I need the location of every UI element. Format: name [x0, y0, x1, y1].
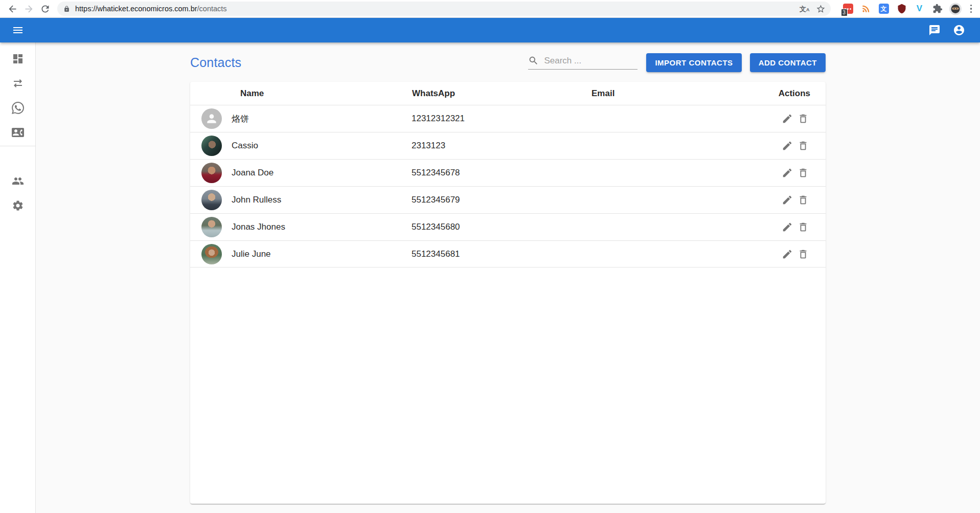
edit-contact-button[interactable] [781, 113, 793, 125]
sidebar-item-connections[interactable] [0, 71, 36, 96]
search-icon [528, 55, 539, 66]
account-circle-icon [953, 24, 965, 36]
menu-button[interactable] [12, 24, 24, 36]
contact-avatar [201, 136, 222, 156]
pencil-icon [782, 249, 793, 260]
header-name: Name [232, 88, 412, 99]
swap-arrows-icon [12, 77, 24, 90]
contact-avatar [201, 190, 222, 210]
contact-avatar [201, 244, 222, 264]
import-contacts-button[interactable]: IMPORT CONTACTS [646, 53, 741, 72]
bookmark-star-icon[interactable] [816, 4, 826, 14]
edit-contact-button[interactable] [781, 140, 793, 152]
header-actions: Actions [779, 88, 826, 99]
search-field [528, 55, 637, 70]
delete-contact-button[interactable] [797, 113, 809, 125]
contact-whatsapp: 5512345680 [412, 222, 591, 232]
table-row: 烙饼 12312312321 [190, 105, 826, 132]
rss-extension-icon[interactable] [860, 3, 872, 15]
app-bar [0, 18, 980, 42]
trash-icon [797, 249, 809, 260]
edit-contact-button[interactable] [781, 248, 793, 260]
chat-icon [928, 24, 941, 36]
table-row: Cassio 2313123 [190, 132, 826, 159]
contact-name: Julie June [232, 249, 412, 259]
contact-avatar [201, 108, 222, 129]
pencil-icon [782, 221, 793, 233]
extensions-strip: 3 文 V [842, 3, 975, 15]
contact-name: 烙饼 [232, 113, 412, 125]
contact-name: Joana Doe [232, 168, 412, 178]
main-content: Contacts IMPORT CONTACTS ADD CONTACT Nam… [36, 42, 980, 513]
address-bar[interactable]: https://whaticket.economicros.com.br/con… [57, 2, 831, 16]
table-header: Name WhatsApp Email Actions [190, 82, 826, 105]
dashboard-icon [12, 53, 24, 65]
table-row: Joana Doe 5512345678 [190, 159, 826, 186]
add-contact-button[interactable]: ADD CONTACT [750, 53, 826, 72]
messages-button[interactable] [928, 24, 941, 36]
contact-avatar [201, 217, 222, 237]
contact-name: Jonas Jhones [232, 222, 412, 232]
translate-extension-icon[interactable]: 文 [878, 3, 890, 15]
sidebar-item-settings[interactable] [0, 193, 36, 218]
browser-profile-avatar[interactable] [949, 3, 962, 15]
url-text: https://whaticket.economicros.com.br/con… [75, 5, 800, 13]
delete-contact-button[interactable] [797, 221, 809, 233]
table-row: Julie June 5512345681 [190, 240, 826, 267]
back-button[interactable] [4, 1, 20, 17]
pencil-icon [782, 140, 793, 151]
hamburger-icon [12, 24, 24, 36]
pencil-icon [782, 113, 793, 124]
person-icon [205, 112, 218, 125]
trash-icon [797, 140, 809, 151]
delete-contact-button[interactable] [797, 248, 809, 260]
table-row: John Rulless 5512345679 [190, 186, 826, 213]
delete-contact-button[interactable] [797, 140, 809, 152]
url-domain: https://whaticket.economicros.com.br [75, 5, 197, 13]
forward-button[interactable] [20, 1, 37, 17]
url-path: /contacts [197, 5, 227, 13]
trash-icon [797, 194, 809, 206]
contact-name: Cassio [232, 141, 412, 151]
pencil-icon [782, 167, 793, 179]
header-email: Email [591, 88, 771, 99]
contact-whatsapp: 5512345679 [412, 195, 591, 205]
table-row: Jonas Jhones 5512345680 [190, 213, 826, 240]
delete-contact-button[interactable] [797, 194, 809, 206]
forward-icon [24, 4, 34, 14]
pencil-icon [782, 194, 793, 206]
contact-name: John Rulless [232, 195, 412, 205]
sidebar-item-dashboard[interactable] [0, 47, 36, 71]
extension-badge: 3 [841, 9, 848, 16]
extension-red-icon[interactable]: 3 [842, 3, 854, 15]
lock-icon [63, 6, 70, 12]
account-button[interactable] [953, 24, 965, 36]
ublock-extension-icon[interactable] [896, 3, 908, 15]
contacts-card: Name WhatsApp Email Actions 烙饼 123123123… [190, 82, 826, 504]
sidebar-item-tickets[interactable] [0, 96, 36, 120]
gear-icon [12, 199, 24, 212]
search-input[interactable] [544, 56, 637, 66]
trash-icon [797, 167, 809, 179]
people-icon [12, 175, 24, 187]
vimeo-extension-icon[interactable]: V [914, 3, 926, 15]
translate-page-icon[interactable]: 文A [800, 6, 810, 12]
edit-contact-button[interactable] [781, 221, 793, 233]
contact-whatsapp: 5512345678 [412, 168, 591, 178]
header-whatsapp: WhatsApp [412, 88, 591, 99]
contact-phone-icon [12, 126, 24, 139]
edit-contact-button[interactable] [781, 167, 793, 179]
sidebar-divider [0, 146, 35, 146]
trash-icon [797, 221, 809, 233]
edit-contact-button[interactable] [781, 194, 793, 206]
table-body: 烙饼 12312312321 Cassio 2313123 [190, 105, 826, 267]
extensions-puzzle-icon[interactable] [931, 3, 944, 15]
sidebar [0, 42, 36, 513]
sidebar-item-users[interactable] [0, 169, 36, 193]
contact-whatsapp: 5512345681 [412, 249, 591, 259]
reload-button[interactable] [37, 1, 53, 17]
contact-avatar [201, 163, 222, 183]
sidebar-item-contacts[interactable] [0, 120, 36, 145]
browser-menu-icon[interactable] [967, 3, 975, 15]
delete-contact-button[interactable] [797, 167, 809, 179]
